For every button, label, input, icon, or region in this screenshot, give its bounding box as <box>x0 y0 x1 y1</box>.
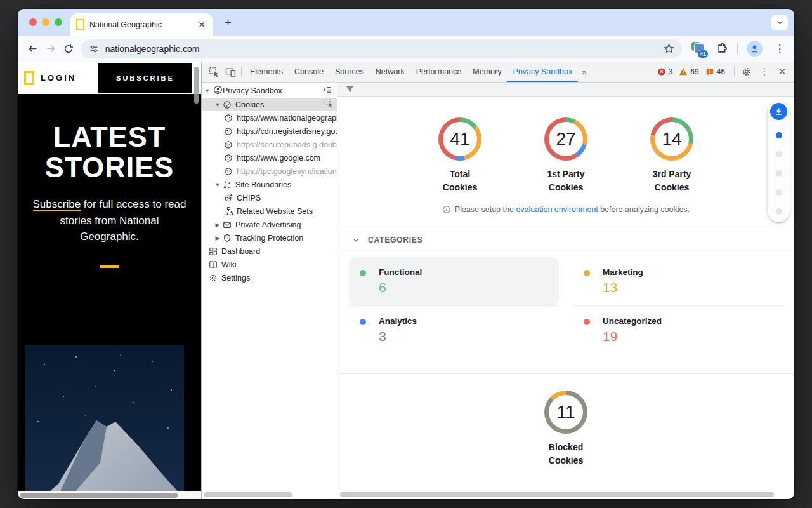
tree-item-private-advertising[interactable]: ▶ Private Advertising <box>202 218 337 231</box>
more-tabs-button[interactable]: » <box>578 67 590 77</box>
tab-close-icon[interactable]: ✕ <box>197 20 207 30</box>
devtools-settings-button[interactable] <box>738 64 755 79</box>
tab-privacy-sandbox[interactable]: Privacy Sandbox <box>507 62 578 82</box>
tree-item-url[interactable]: https://www.nationalgeographic.com <box>202 111 337 124</box>
reload-button[interactable] <box>60 40 77 58</box>
inspect-element-icon[interactable] <box>206 64 222 79</box>
tree-root-row[interactable]: ▼ Privacy Sandbox <box>202 84 337 98</box>
category-marketing[interactable]: Marketing 13 <box>573 257 783 305</box>
cookie-summary-row: 41 Total Cookies 27 <box>337 117 794 194</box>
tree-item-url[interactable]: https://cdn.registerdisney.go.com <box>202 124 337 138</box>
categories-header[interactable]: CATEGORIES <box>337 225 794 253</box>
login-link[interactable]: LOGIN <box>41 73 76 83</box>
subscribe-button[interactable]: SUBSCRIBE <box>98 63 192 93</box>
url-text[interactable]: nationalgeographic.com <box>105 44 657 54</box>
tab-search-button[interactable] <box>771 15 788 30</box>
category-functional[interactable]: Functional 6 <box>349 257 559 305</box>
tab-console[interactable]: Console <box>289 62 329 82</box>
tree-horizontal-scrollbar[interactable] <box>204 492 292 497</box>
nav-dot[interactable] <box>776 170 782 177</box>
expander-icon[interactable]: ▶ <box>213 235 222 241</box>
toolbar-right: 41 ⋮ <box>691 41 788 57</box>
back-button[interactable] <box>24 40 42 58</box>
category-uncategorized[interactable]: Uncategorized 19 <box>573 306 783 354</box>
main-horizontal-scrollbar[interactable] <box>340 492 774 497</box>
scrollbar-thumb[interactable] <box>20 493 178 498</box>
tree-item-tracking-protection[interactable]: ▶ Tracking Protection <box>202 231 337 244</box>
site-boundaries-icon <box>222 180 232 190</box>
fullscreen-window-button[interactable] <box>55 18 62 26</box>
expander-icon[interactable]: ▼ <box>204 88 213 94</box>
tree-item-chips[interactable]: CHIPS <box>202 191 337 204</box>
expander-icon[interactable]: ▼ <box>213 102 222 108</box>
tree-item-url[interactable]: https://tpc.googlesyndication.com <box>202 164 337 178</box>
tree-item-url[interactable]: https://securepubads.g.doubleclick.net <box>202 138 337 151</box>
download-report-button[interactable] <box>770 103 787 120</box>
collapse-panel-icon[interactable] <box>322 85 332 97</box>
browser-menu-button[interactable]: ⋮ <box>771 41 788 57</box>
download-icon <box>774 107 783 116</box>
tree-item-dashboard[interactable]: Dashboard <box>202 244 337 258</box>
issues-badge[interactable]: 46 <box>705 67 725 76</box>
tree-item-cookies[interactable]: ▼ Cookies <box>202 98 337 111</box>
tab-performance[interactable]: Performance <box>410 62 468 82</box>
profile-avatar[interactable] <box>747 41 763 57</box>
natgeo-logo[interactable] <box>24 71 34 85</box>
tree-item-site-boundaries[interactable]: ▼ Site Boundaries <box>202 178 337 191</box>
device-toolbar-icon[interactable] <box>222 64 239 79</box>
console-errors-badge[interactable]: 3 <box>657 67 673 76</box>
nav-dot[interactable] <box>776 132 782 138</box>
issues-icon <box>705 67 714 76</box>
donut-label: 1st Party Cookies <box>530 168 601 194</box>
nav-dot[interactable] <box>776 151 782 157</box>
devtools-close-button[interactable]: ✕ <box>774 64 790 79</box>
third-party-cookies-donut: 14 3rd Party Cookies <box>636 117 707 194</box>
tree-item-related-website-sets[interactable]: Related Website Sets <box>202 204 337 218</box>
expander-icon[interactable]: ▼ <box>213 182 222 188</box>
devtools-tabbar: Elements Console Sources Network Perform… <box>202 62 794 83</box>
cookie-icon <box>223 153 233 163</box>
nav-dot[interactable] <box>776 189 782 196</box>
chips-icon <box>223 193 233 203</box>
category-dot <box>584 319 590 325</box>
minimize-window-button[interactable] <box>42 18 49 26</box>
subscribe-link[interactable]: Subscribe <box>33 198 81 211</box>
tree-item-wiki[interactable]: Wiki <box>202 258 337 271</box>
forward-button[interactable] <box>42 40 60 58</box>
evaluation-environment-link[interactable]: evaluation environment <box>516 205 598 214</box>
address-bar[interactable]: nationalgeographic.com <box>81 39 682 58</box>
private-advertising-icon <box>222 220 232 230</box>
tree-item-url[interactable]: https://www.google.com <box>202 151 337 164</box>
categories-title: CATEGORIES <box>368 236 422 244</box>
cookie-extension-button[interactable]: 41 <box>691 41 707 57</box>
total-cookies-donut: 41 Total Cookies <box>424 117 495 194</box>
nav-dot[interactable] <box>776 208 782 215</box>
close-window-button[interactable] <box>29 18 37 26</box>
expander-icon[interactable]: ▶ <box>213 222 222 228</box>
cookie-icon <box>223 113 233 123</box>
inspect-icon[interactable] <box>324 99 333 110</box>
console-warnings-badge[interactable]: 69 <box>679 67 698 76</box>
category-analytics[interactable]: Analytics 3 <box>349 306 559 354</box>
tab-memory[interactable]: Memory <box>467 62 507 82</box>
new-tab-button[interactable]: + <box>225 17 232 29</box>
page-horizontal-scrollbar[interactable] <box>18 491 201 499</box>
story-card[interactable]: A one-of-a-kind journey into the Amazon <box>25 345 184 499</box>
extensions-puzzle-icon[interactable] <box>716 43 728 55</box>
tab-strip: National Geographic ✕ + <box>18 9 794 36</box>
site-info-icon[interactable] <box>89 44 99 54</box>
donut-label: Blocked Cookies <box>530 441 601 467</box>
devtools-menu-button[interactable]: ⋮ <box>756 64 773 79</box>
window-controls <box>29 18 62 26</box>
tracking-protection-icon <box>222 233 232 243</box>
tab-network[interactable]: Network <box>370 62 410 82</box>
filter-funnel-icon[interactable] <box>345 84 355 94</box>
site-header: LOGIN SUBSCRIBE <box>18 62 201 94</box>
page-vertical-scrollbar[interactable] <box>194 67 199 104</box>
bookmark-star-icon[interactable] <box>664 43 674 54</box>
tab-elements[interactable]: Elements <box>244 62 289 82</box>
tab-sources[interactable]: Sources <box>329 62 370 82</box>
cookie-icon <box>223 140 233 150</box>
browser-tab[interactable]: National Geographic ✕ <box>70 13 213 36</box>
tree-item-settings[interactable]: Settings <box>202 271 337 284</box>
